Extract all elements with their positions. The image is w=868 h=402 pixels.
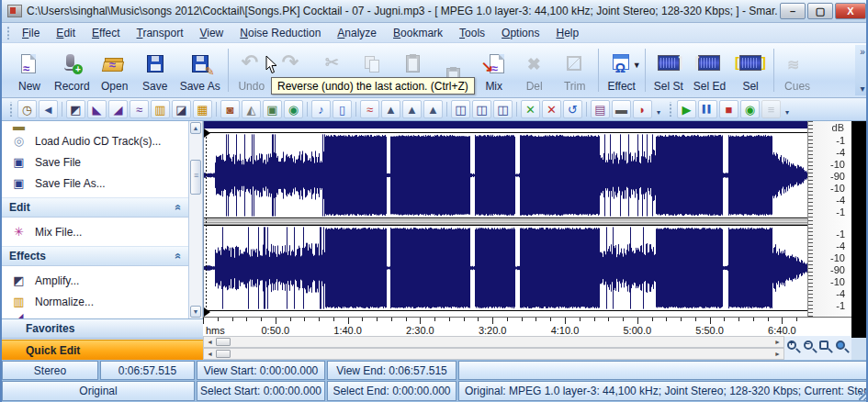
peak-analysis-icon[interactable]: ▲ <box>402 100 422 118</box>
toolbar-overflow-button[interactable]: ▾ <box>782 100 793 118</box>
timeline-tick <box>203 318 204 324</box>
toolbar-overflow-button[interactable]: ▾ <box>653 100 664 118</box>
select-all-button[interactable]: [] Sel <box>730 45 771 95</box>
play-from-cursor-button[interactable]: ◉ <box>740 100 760 118</box>
menu-view[interactable]: View <box>191 25 231 41</box>
scroll-down-icon[interactable]: ▼ <box>190 306 201 318</box>
zoom-out-button[interactable]: – <box>803 340 817 356</box>
open-button[interactable]: ≈ Open <box>95 45 135 95</box>
waveform-panel[interactable] <box>203 121 807 317</box>
analyze-wave-icon[interactable]: ≈ <box>360 100 379 118</box>
scrollbar-thumb[interactable] <box>216 350 231 358</box>
cue-note-icon[interactable]: ♪ <box>311 100 331 118</box>
right-filler-strip <box>851 121 868 338</box>
menu-edit[interactable]: Edit <box>48 25 84 41</box>
record-button[interactable]: + Record <box>50 45 95 95</box>
sidebar-item-amplify[interactable]: ◩Amplify... <box>2 270 188 291</box>
tool-x-green-icon[interactable]: ✕ <box>521 100 540 118</box>
sidebar-item-mix-file[interactable]: ✳Mix File... <box>2 221 188 242</box>
spectral-view-icon[interactable]: ◉ <box>284 100 303 118</box>
collapse-chevron-icon[interactable]: » <box>172 205 185 211</box>
menu-effect[interactable]: Effect <box>84 25 128 41</box>
status-bar: Stereo 0:06:57.515 View Start: 0:00:00.0… <box>2 360 868 402</box>
menu-file[interactable]: File <box>14 25 48 41</box>
keyboard-icon[interactable]: ▬ <box>612 100 631 118</box>
horizontal-scrollbar-1[interactable]: ◄ ► <box>203 336 784 348</box>
scroll-right-icon[interactable]: ► <box>772 338 783 346</box>
scrollbar-thumb[interactable] <box>216 338 231 346</box>
timeline-tick <box>218 318 219 321</box>
resize-grip[interactable] <box>859 391 868 400</box>
zoom-full-button[interactable] <box>818 340 833 356</box>
close-button[interactable]: X <box>835 3 866 19</box>
frequency-analysis-icon[interactable]: ▲ <box>423 100 443 118</box>
scroll-left-icon[interactable]: ◄ <box>205 350 215 358</box>
menu-options[interactable]: Options <box>493 25 547 41</box>
timeline-tick <box>782 318 783 324</box>
pan-icon[interactable]: ◪ <box>172 100 191 118</box>
speech-icon[interactable]: ◗ <box>633 100 652 118</box>
mix-files-icon[interactable]: ◙ <box>220 100 240 118</box>
statistics-icon[interactable]: ▲ <box>381 100 400 118</box>
save-as-button[interactable]: ✎ Save As <box>175 45 225 95</box>
frame-view-3-icon[interactable]: ◫ <box>493 100 513 118</box>
fade-out-icon[interactable]: ◢ <box>108 100 128 118</box>
restore-icon[interactable]: ↺ <box>563 100 582 118</box>
sidebar-scrollbar[interactable]: ▲ ▼ <box>189 121 203 318</box>
mix-button[interactable]: ≈↘ Mix <box>474 45 514 95</box>
equalizer-icon[interactable]: ▦ <box>193 100 212 118</box>
new-button[interactable]: ≈ New <box>9 45 50 95</box>
quick-edit-panel-bar[interactable]: Quick Edit <box>2 340 203 360</box>
sidebar-item-load-audio-cd[interactable]: ◎Load Audio CD Track(s)... <box>2 130 188 151</box>
menu-help[interactable]: Help <box>547 25 587 41</box>
menu-analyze[interactable]: Analyze <box>329 25 385 41</box>
overview-position-bar[interactable] <box>204 121 808 128</box>
sidebar-section-edit[interactable]: Edit» <box>2 197 188 218</box>
scrollbar-thumb[interactable] <box>190 160 201 195</box>
waveform-canvas[interactable] <box>204 128 808 317</box>
pause-button[interactable]: ▌▌ <box>698 100 717 118</box>
sidebar-section-effects[interactable]: Effects» <box>2 246 188 266</box>
menu-transport[interactable]: Transport <box>129 25 192 41</box>
select-start-button[interactable]: ⌉ Sel St <box>648 45 689 95</box>
envelope-icon[interactable]: ≈ <box>130 100 149 118</box>
scroll-left-icon[interactable]: ◄ <box>205 338 215 346</box>
zoom-in-button[interactable]: + <box>786 340 801 356</box>
collapse-chevron-icon[interactable]: » <box>172 253 185 260</box>
tool-x-red-icon[interactable]: ✕ <box>542 100 561 118</box>
secondary-toolbar: ◷◄◩◣◢≈▥◪▦◙◭▣◉♪▯≈▲▲▲◫◫◫✕✕↺▤▬◗▾▶▌▌■◉≡▾ <box>2 98 868 121</box>
sidebar-item-save-file-as[interactable]: ▣Save File As... <box>2 173 188 194</box>
menu-bookmark[interactable]: Bookmark <box>385 25 451 41</box>
favorites-panel-bar[interactable]: Favorites <box>2 318 203 339</box>
play-button[interactable]: ▶ <box>677 100 696 118</box>
copy-icon <box>357 52 389 78</box>
image-view-icon[interactable]: ▣ <box>263 100 282 118</box>
horizontal-scrollbar-2[interactable]: ◄ ► <box>203 348 784 360</box>
zoom-selection-button[interactable] <box>835 340 850 356</box>
minimize-button[interactable]: – <box>780 3 806 19</box>
cue-list-icon[interactable]: ▯ <box>333 100 352 118</box>
stop-button[interactable]: ■ <box>719 100 738 118</box>
toolbar-overflow-button[interactable]: » ▾ <box>855 45 868 95</box>
convert-icon[interactable]: ◭ <box>242 100 261 118</box>
menu-tools[interactable]: Tools <box>451 25 493 41</box>
normalize-icon[interactable]: ▥ <box>151 100 170 118</box>
sidebar-item-save-file[interactable]: ▣Save File <box>2 151 188 173</box>
maximize-button[interactable]: ▢ <box>807 3 833 19</box>
menu-noise-reduction[interactable]: Noise Reduction <box>231 25 329 41</box>
effect-icon: Ω▼ <box>606 52 637 78</box>
frame-view-2-icon[interactable]: ◫ <box>472 100 491 118</box>
mute-icon[interactable]: ◄ <box>39 100 58 118</box>
scroll-right-icon[interactable]: ► <box>772 350 783 358</box>
select-end-button[interactable]: ⌈ Sel Ed <box>689 45 730 95</box>
script-icon[interactable]: ▤ <box>591 100 610 118</box>
fade-in-icon[interactable]: ◣ <box>87 100 107 118</box>
save-button[interactable]: Save <box>135 45 175 95</box>
timer-icon[interactable]: ◷ <box>17 100 37 118</box>
sidebar-item-normalize[interactable]: ▥Normalize... <box>2 291 188 312</box>
amplify-icon[interactable]: ◩ <box>66 100 85 118</box>
scroll-up-icon[interactable]: ▲ <box>190 122 201 134</box>
effect-button[interactable]: Ω▼ Effect <box>602 45 642 95</box>
frame-view-1-icon[interactable]: ◫ <box>451 100 470 118</box>
sidebar-item-load-audio-cd-label: Load Audio CD Track(s)... <box>35 135 161 148</box>
